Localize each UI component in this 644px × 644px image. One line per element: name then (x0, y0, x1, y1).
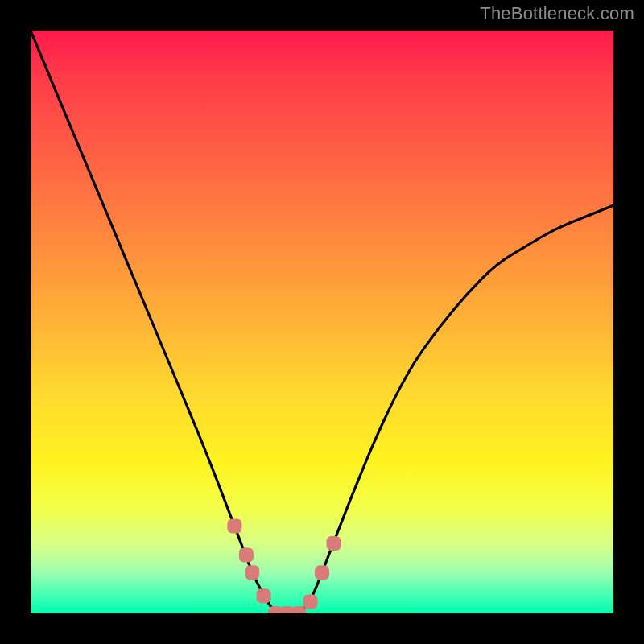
plateau-marker (327, 536, 341, 551)
plateau-marker (303, 595, 318, 609)
plateau-marker (227, 518, 242, 533)
plateau-marker (245, 565, 259, 580)
chart-svg (31, 31, 613, 613)
plateau-markers (227, 518, 341, 613)
chart-stage: TheBottleneck.com (0, 0, 644, 644)
plateau-marker (239, 548, 254, 563)
plateau-marker (315, 565, 329, 580)
plateau-marker (291, 606, 306, 613)
bottleneck-curve (31, 31, 613, 613)
watermark-label: TheBottleneck.com (480, 3, 634, 24)
plot-area (31, 31, 613, 613)
plateau-marker (257, 588, 271, 603)
